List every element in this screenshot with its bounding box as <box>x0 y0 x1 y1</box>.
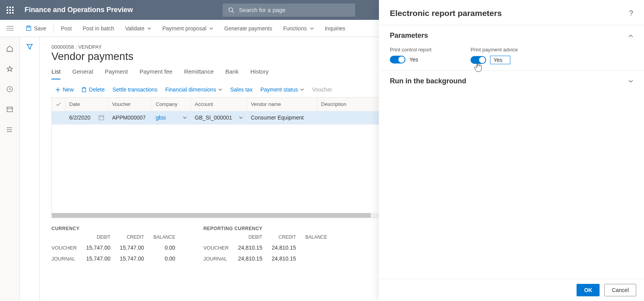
nav-toggle-icon[interactable] <box>4 22 16 35</box>
parameters-header[interactable]: Parameters <box>390 32 633 40</box>
settle-transactions-button[interactable]: Settle transactions <box>112 86 157 93</box>
col-debit: DEBIT <box>81 234 115 242</box>
print-control-label: Print control report <box>390 47 432 53</box>
svg-rect-2 <box>28 26 30 28</box>
search-box[interactable] <box>223 4 355 17</box>
check-icon <box>56 102 61 107</box>
print-advice-option: Print payment advice Yes <box>471 47 518 64</box>
nav-rail <box>0 37 20 301</box>
filter-column <box>20 37 40 301</box>
row-voucher: VOUCHER <box>51 242 81 253</box>
voucher-credit: 15,747.00 <box>115 242 149 253</box>
background-header[interactable]: Run in the background <box>390 77 633 85</box>
row-selector[interactable] <box>52 111 65 124</box>
validate-button[interactable]: Validate <box>120 20 157 37</box>
ok-button[interactable]: OK <box>577 284 600 296</box>
payment-status-label: Payment status <box>260 86 298 93</box>
cell-company[interactable]: gbsi <box>152 111 191 124</box>
panel-title: Electronic report parameters <box>390 9 629 18</box>
r-journal-debit: 24,810.15 <box>234 253 267 264</box>
r-voucher-credit: 24,810.15 <box>267 242 301 253</box>
cell-voucher[interactable]: APPM000007 <box>108 111 152 124</box>
col-date[interactable]: Date <box>65 98 108 111</box>
search-input[interactable] <box>238 6 350 14</box>
journal-debit: 15,747.00 <box>81 253 115 264</box>
col-credit: CREDIT <box>267 234 301 242</box>
post-button[interactable]: Post <box>55 20 77 37</box>
cell-account[interactable]: GB_SI_000001 <box>191 111 247 124</box>
post-in-batch-button[interactable]: Post in batch <box>77 20 120 37</box>
tab-remittance[interactable]: Remittance <box>184 68 214 79</box>
filter-icon[interactable] <box>26 43 33 301</box>
chevron-down-icon <box>310 27 314 30</box>
r-journal-credit: 24,810.15 <box>267 253 301 264</box>
payment-proposal-label: Payment proposal <box>162 25 206 32</box>
tab-payment-fee[interactable]: Payment fee <box>140 68 172 79</box>
inquiries-button[interactable]: Inquiries <box>319 20 351 37</box>
svg-point-0 <box>229 8 233 12</box>
col-credit: CREDIT <box>115 234 149 242</box>
chevron-up-icon <box>628 34 633 37</box>
tab-history[interactable]: History <box>250 68 269 79</box>
reporting-header: REPORTING CURRENCY <box>203 226 332 231</box>
chevron-down-icon[interactable] <box>183 116 187 119</box>
chevron-down-icon <box>218 88 222 91</box>
tab-general[interactable]: General <box>72 68 93 79</box>
cancel-button[interactable]: Cancel <box>604 284 636 296</box>
col-voucher[interactable]: Voucher <box>108 98 152 111</box>
divider <box>53 24 54 33</box>
favorites-icon[interactable] <box>4 63 16 75</box>
print-advice-toggle[interactable] <box>471 56 486 64</box>
chevron-down-icon[interactable] <box>239 116 243 119</box>
home-icon[interactable] <box>4 42 16 55</box>
svg-rect-17 <box>99 116 104 120</box>
voucher-button: Voucher <box>312 86 332 93</box>
cell-vendor-name[interactable]: Consumer Equipment <box>247 111 317 124</box>
panel-footer: OK Cancel <box>379 279 644 301</box>
col-vendor-name[interactable]: Vendor name <box>247 98 317 111</box>
generate-payments-button[interactable]: Generate payments <box>219 20 278 37</box>
validate-label: Validate <box>125 25 145 32</box>
tab-list[interactable]: List <box>51 68 60 79</box>
print-control-value: Yes <box>409 56 418 63</box>
chevron-down-icon <box>628 80 633 83</box>
chevron-down-icon <box>300 88 304 91</box>
product-title: Finance and Operations Preview <box>25 6 133 14</box>
save-button[interactable]: Save <box>20 20 52 37</box>
tab-payment[interactable]: Payment <box>105 68 128 79</box>
workspaces-icon[interactable] <box>4 103 16 116</box>
recent-icon[interactable] <box>4 83 16 95</box>
payment-proposal-button[interactable]: Payment proposal <box>157 20 219 37</box>
modules-icon[interactable] <box>4 123 16 136</box>
calendar-icon[interactable] <box>99 115 104 120</box>
chevron-down-icon <box>147 27 151 30</box>
company-value: gbsi <box>156 114 166 121</box>
delete-label: Delete <box>89 86 104 93</box>
sales-tax-button[interactable]: Sales tax <box>230 86 253 93</box>
new-button[interactable]: New <box>55 86 74 93</box>
select-all-header[interactable] <box>52 98 65 111</box>
app-launcher-icon[interactable] <box>0 0 20 20</box>
tab-bank[interactable]: Bank <box>225 68 239 79</box>
delete-button[interactable]: Delete <box>81 86 104 93</box>
voucher-debit: 15,747.00 <box>81 242 115 253</box>
r-voucher-debit: 24,810.15 <box>234 242 267 253</box>
parameters-panel: Electronic report parameters ? Parameter… <box>379 0 644 301</box>
help-icon[interactable]: ? <box>629 9 633 18</box>
print-control-toggle[interactable] <box>390 56 405 63</box>
trash-icon <box>81 87 87 92</box>
date-value: 6/2/2020 <box>69 114 91 121</box>
functions-button[interactable]: Functions <box>278 20 319 37</box>
parameters-section: Parameters Print control report Yes Prin… <box>379 25 644 70</box>
col-account[interactable]: Account <box>191 98 247 111</box>
svg-point-9 <box>7 127 8 128</box>
col-company[interactable]: Company <box>152 98 191 111</box>
payment-status-button[interactable]: Payment status <box>260 86 304 93</box>
financial-dimensions-button[interactable]: Financial dimensions <box>165 86 223 93</box>
print-advice-label: Print payment advice <box>471 47 518 53</box>
currency-totals: CURRENCY DEBIT CREDIT BALANCE VOUCHER 15… <box>51 226 180 264</box>
cell-date[interactable]: 6/2/2020 <box>65 111 108 124</box>
row-voucher: VOUCHER <box>203 242 234 253</box>
currency-header: CURRENCY <box>51 226 180 231</box>
row-journal: JOURNAL <box>203 253 234 264</box>
